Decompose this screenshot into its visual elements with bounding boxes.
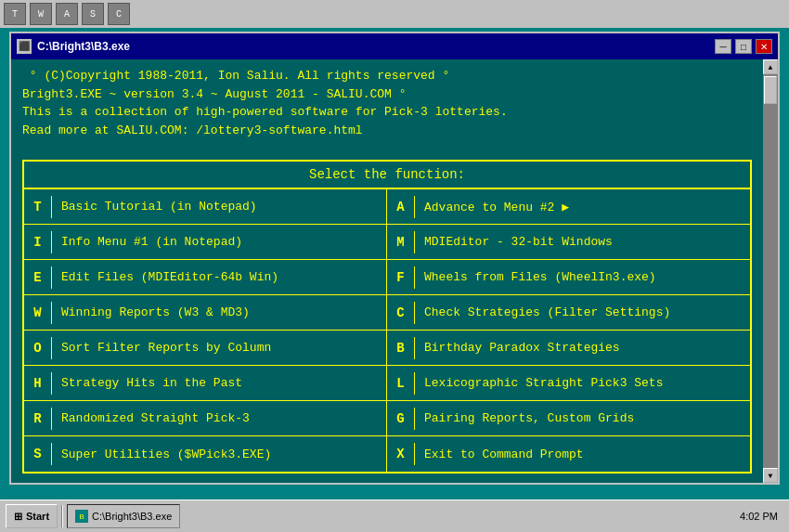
- menu-label-M: MDIEditor - 32-bit Windows: [415, 231, 750, 253]
- menu-cell-F[interactable]: F Wheels from Files (WheelIn3.exe): [387, 260, 750, 295]
- menu-cell-E[interactable]: E Edit Files (MDIEditor-64b Win): [24, 260, 387, 295]
- taskbar-top: T W A S C: [0, 0, 789, 28]
- menu-key-S: S: [24, 443, 52, 465]
- menu-label-S: Super Utilities ($WPick3.EXE): [52, 444, 386, 465]
- app-label: C:\Bright3\B3.exe: [92, 511, 172, 522]
- menu-label-H: Strategy Hits in the Past: [52, 372, 386, 394]
- taskbar-top-icon-5[interactable]: C: [108, 3, 130, 25]
- menu-grid: T Basic Tutorial (in Notepad) A Advance …: [24, 189, 750, 472]
- main-window: ⬛ C:\Bright3\B3.exe ─ □ ✕ ° (C)Copyright…: [9, 32, 780, 485]
- window-title: C:\Bright3\B3.exe: [37, 40, 130, 53]
- menu-key-M: M: [387, 231, 415, 253]
- menu-label-C: Check Strategies (Filter Settings): [415, 302, 750, 323]
- menu-cell-L[interactable]: L Lexicographic Straight Pick3 Sets: [387, 366, 750, 401]
- taskbar-separator: [61, 505, 63, 527]
- start-icon: ⊞: [14, 511, 22, 523]
- start-button[interactable]: ⊞ Start: [6, 504, 58, 528]
- menu-cell-I[interactable]: I Info Menu #1 (in Notepad): [24, 225, 387, 260]
- menu-label-O: Sort Filter Reports by Column: [52, 337, 386, 358]
- menu-label-R: Randomized Straight Pick-3: [52, 408, 386, 429]
- menu-cell-W[interactable]: W Winning Reports (W3 & MD3): [24, 295, 387, 331]
- menu-cell-T[interactable]: T Basic Tutorial (in Notepad): [24, 189, 387, 225]
- taskbar-top-icon-3[interactable]: A: [56, 3, 78, 25]
- menu-key-T: T: [24, 196, 52, 218]
- menu-label-E: Edit Files (MDIEditor-64b Win): [52, 266, 386, 288]
- menu-cell-A[interactable]: A Advance to Menu #2 ▶: [387, 189, 750, 225]
- scroll-up-button[interactable]: ▲: [763, 59, 778, 74]
- menu-key-I: I: [24, 231, 52, 253]
- terminal-line-4: Read more at SALIU.COM: /lottery3-softwa…: [22, 122, 752, 140]
- menu-label-L: Lexicographic Straight Pick3 Sets: [415, 372, 750, 394]
- terminal-line-2: Bright3.EXE ~ version 3.4 ~ August 2011 …: [22, 85, 752, 104]
- menu-cell-H[interactable]: H Strategy Hits in the Past: [24, 366, 387, 401]
- taskbar-top-icon-4[interactable]: S: [82, 3, 104, 25]
- clock: 4:02 PM: [734, 511, 783, 522]
- menu-key-O: O: [24, 337, 52, 359]
- title-bar-left: ⬛ C:\Bright3\B3.exe: [17, 39, 130, 54]
- menu-key-H: H: [24, 372, 52, 395]
- scrollbar[interactable]: ▲ ▼: [763, 59, 778, 483]
- menu-key-W: W: [24, 302, 52, 324]
- menu-label-A: Advance to Menu #2 ▶: [415, 196, 750, 218]
- menu-key-F: F: [387, 266, 415, 289]
- terminal-output: ° (C)Copyright 1988-2011, Ion Saliu. All…: [11, 59, 763, 152]
- menu-cell-X[interactable]: X Exit to Command Prompt: [387, 436, 750, 472]
- maximize-button[interactable]: □: [735, 39, 752, 54]
- menu-box: Select the function: T Basic Tutorial (i…: [22, 160, 752, 474]
- taskbar-top-icon-2[interactable]: W: [30, 3, 52, 25]
- close-button[interactable]: ✕: [756, 39, 772, 54]
- window-body: ° (C)Copyright 1988-2011, Ion Saliu. All…: [11, 59, 778, 483]
- menu-cell-S[interactable]: S Super Utilities ($WPick3.EXE): [24, 436, 387, 472]
- menu-container: Select the function: T Basic Tutorial (i…: [11, 152, 763, 483]
- window-content: ° (C)Copyright 1988-2011, Ion Saliu. All…: [11, 59, 763, 483]
- taskbar-app-button[interactable]: B C:\Bright3\B3.exe: [67, 504, 180, 528]
- terminal-line-3: This is a collection of high-powered sof…: [22, 103, 752, 122]
- menu-label-G: Pairing Reports, Custom Grids: [415, 408, 750, 429]
- menu-key-X: X: [387, 443, 415, 465]
- terminal-line-1: ° (C)Copyright 1988-2011, Ion Saliu. All…: [22, 67, 752, 85]
- menu-cell-G[interactable]: G Pairing Reports, Custom Grids: [387, 401, 750, 436]
- minimize-button[interactable]: ─: [715, 39, 731, 54]
- menu-key-A: A: [387, 196, 415, 218]
- taskbar-top-icon-1[interactable]: T: [4, 3, 26, 25]
- window-icon: ⬛: [17, 39, 32, 54]
- menu-key-G: G: [387, 408, 415, 430]
- title-bar-controls: ─ □ ✕: [715, 39, 772, 54]
- menu-key-C: C: [387, 302, 415, 324]
- menu-label-F: Wheels from Files (WheelIn3.exe): [415, 266, 750, 288]
- menu-label-T: Basic Tutorial (in Notepad): [52, 196, 386, 217]
- menu-label-B: Birthday Paradox Strategies: [415, 337, 750, 358]
- menu-cell-M[interactable]: M MDIEditor - 32-bit Windows: [387, 225, 750, 260]
- taskbar-bottom: ⊞ Start B C:\Bright3\B3.exe 4:02 PM: [0, 500, 789, 532]
- menu-key-L: L: [387, 372, 415, 395]
- title-bar: ⬛ C:\Bright3\B3.exe ─ □ ✕: [11, 33, 778, 59]
- menu-cell-C[interactable]: C Check Strategies (Filter Settings): [387, 295, 750, 331]
- scroll-thumb[interactable]: [764, 76, 777, 104]
- scroll-track[interactable]: [763, 74, 778, 468]
- menu-key-E: E: [24, 266, 52, 289]
- menu-label-W: Winning Reports (W3 & MD3): [52, 302, 386, 323]
- menu-key-B: B: [387, 337, 415, 359]
- start-label: Start: [26, 511, 49, 522]
- menu-header: Select the function:: [24, 162, 750, 189]
- app-icon: B: [75, 510, 88, 523]
- menu-cell-O[interactable]: O Sort Filter Reports by Column: [24, 331, 387, 366]
- menu-label-I: Info Menu #1 (in Notepad): [52, 231, 386, 253]
- menu-cell-B[interactable]: B Birthday Paradox Strategies: [387, 331, 750, 366]
- menu-key-R: R: [24, 408, 52, 430]
- menu-cell-R[interactable]: R Randomized Straight Pick-3: [24, 401, 387, 436]
- menu-label-X: Exit to Command Prompt: [415, 444, 750, 465]
- scroll-down-button[interactable]: ▼: [763, 468, 778, 483]
